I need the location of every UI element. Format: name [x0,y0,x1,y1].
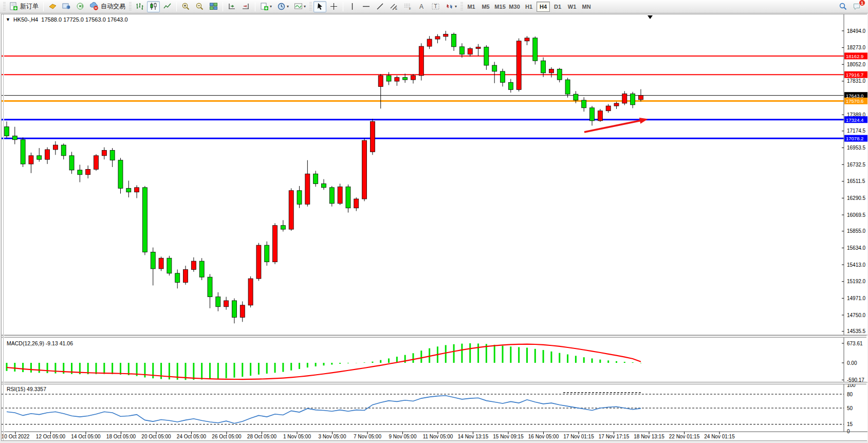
timeframe-h4-button[interactable]: H4 [537,2,550,12]
timeframe-d1-button[interactable]: D1 [551,2,564,12]
toolbar-grip[interactable] [309,2,312,11]
autotrading-label: 自动交易 [101,2,125,11]
signals-button[interactable] [74,1,87,12]
notifications-button[interactable]: 1 [851,1,863,12]
candle-body [94,156,99,170]
chart-shift-button[interactable] [239,1,252,12]
candle-body [216,297,220,307]
tile-windows-button[interactable] [207,1,220,12]
candle-body [289,191,293,229]
time-tick-label: 20 Oct 05:00 [141,434,171,439]
macd-indicator-label: MACD(12,26,9) -9.13 41.06 [7,340,73,346]
time-tick-label: 17 Nov 01:15 [563,434,594,439]
arrows-button[interactable]: ▾ [443,1,459,12]
time-tick-label: 11 Nov 05:00 [423,434,453,439]
timeframe-m15-button[interactable]: M15 [493,2,507,12]
candle-body [419,46,423,76]
crosshair-button[interactable] [327,1,340,12]
indicators-icon [294,2,303,11]
channel-icon: E [390,2,398,11]
candle-body [435,36,440,39]
candle-body [29,156,33,164]
candle-body [199,261,204,277]
candle-body [631,94,635,104]
new-order-label: 新订单 [20,2,39,11]
candle-body [484,47,489,65]
toolbar-grip[interactable] [3,2,6,11]
pane-separator-macd[interactable] [2,335,866,338]
candle-body [86,169,90,174]
candle-body [525,38,529,41]
channel-button[interactable]: E [387,1,400,12]
toolbar-grip[interactable] [460,2,463,11]
price-tick-label: 14971.0 [847,296,866,301]
new-chart-button[interactable]: ▾ [258,1,274,12]
window-left-edge [3,14,4,440]
candle-body [110,150,115,160]
auto-scroll-button[interactable] [226,1,238,12]
symbol-dropdown-icon[interactable]: ▼ [6,17,10,22]
price-tick-label: 14750.0 [847,312,866,318]
timeframe-h1-button[interactable]: H1 [522,2,535,12]
timeframe-mn-button[interactable]: MN [580,2,593,12]
candle-body [142,188,147,252]
horizontal-line-button[interactable] [360,1,373,12]
zoom-out-button[interactable] [193,1,206,12]
chart-background [2,14,867,440]
text-label-button[interactable]: T [429,1,442,12]
candle-body [427,39,432,46]
bars-chart-button[interactable] [133,1,146,12]
timeframe-m1-button[interactable]: M1 [465,2,478,12]
candle-body [338,187,342,203]
toolbar-separator [343,2,343,11]
candle-body [614,103,619,106]
fibonacci-button[interactable]: F [401,1,414,12]
toolbar-grip[interactable] [129,2,132,11]
time-tick-label: 18 Nov 13:15 [634,434,664,439]
timeframe-m5-button[interactable]: M5 [479,2,492,12]
candle-body [224,301,229,307]
timeframe-m30-button[interactable]: M30 [508,2,521,12]
chart-canvas[interactable]: 18494.018273.018052.017831.017389.017174… [2,14,867,440]
toolbar-separator [176,2,177,11]
text-icon: A [417,2,426,11]
time-tick-label: 15 Nov 09:15 [493,434,524,439]
new-order-button[interactable]: 新订单 [7,1,41,12]
zoom-in-button[interactable] [179,1,192,12]
search-button[interactable] [837,1,849,12]
candles-chart-icon [149,2,158,11]
line-chart-button[interactable] [161,1,174,12]
bars-chart-icon [135,2,144,11]
strategy-tester-button[interactable] [60,1,73,12]
period-clock-button[interactable]: ▾ [275,1,291,12]
text-button[interactable]: A [415,1,428,12]
time-tick-label: 24 Nov 01:15 [704,434,735,439]
candle-body [135,188,139,192]
candle-body [549,69,553,72]
candle-body [297,191,302,205]
cursor-button[interactable] [313,1,326,12]
price-tick-label: 18494.0 [847,28,866,34]
vertical-line-button[interactable] [346,1,359,12]
candle-body [102,150,106,155]
candle-body [582,100,586,108]
candle-body [411,76,416,80]
price-tick-label: 16069.5 [847,212,866,218]
chevron-down-icon: ▾ [455,4,457,9]
pane-separator-rsi[interactable] [2,382,866,384]
candle-body [386,76,391,81]
candle-body [354,199,359,208]
candles-chart-button[interactable] [147,1,160,12]
trendline-button[interactable] [374,1,386,12]
time-tick-label: 28 Oct 05:00 [247,434,277,439]
candle-body [305,174,310,204]
timeframe-w1-button[interactable]: W1 [565,2,579,12]
auto-scroll-icon [228,2,236,11]
indicators-button[interactable]: ▾ [292,1,308,12]
time-tick-label: 22 Nov 01:15 [669,434,700,439]
price-line-badge-label: 17916.7 [846,72,863,78]
autotrading-button[interactable]: 自动交易 [88,1,127,12]
svg-text:F: F [409,7,411,10]
chart-window[interactable]: 18494.018273.018052.017831.017389.017174… [1,14,867,441]
data-window-button[interactable] [46,1,59,12]
